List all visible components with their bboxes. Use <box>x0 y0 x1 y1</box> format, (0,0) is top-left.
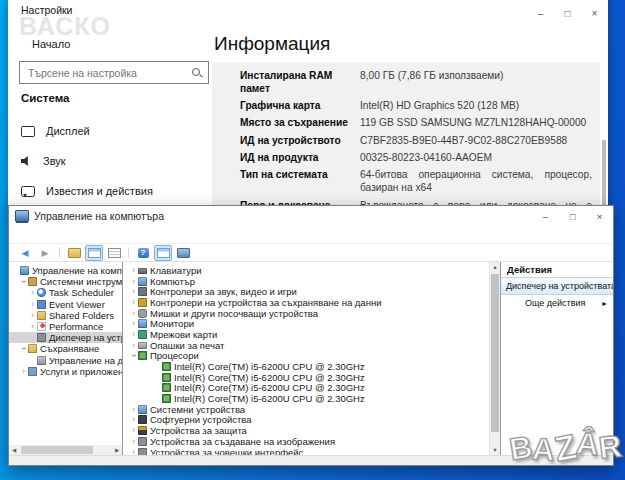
tree-item[interactable]: Диспечер на устройствата <box>9 332 122 343</box>
horizontal-scrollbar[interactable]: ◀ ▶ <box>9 445 122 455</box>
chevron-icon[interactable] <box>129 341 138 350</box>
maximize-button[interactable]: □ <box>559 209 586 224</box>
search-input[interactable] <box>26 66 191 80</box>
tree-item[interactable]: Shared Folders <box>9 310 122 321</box>
spec-label: ИД на продукта <box>240 152 360 165</box>
chevron-icon[interactable] <box>129 266 138 275</box>
sidebar-item-home[interactable]: Начало <box>21 38 70 50</box>
device-item[interactable]: Компютър <box>123 276 500 287</box>
security-devices-icon <box>138 426 147 435</box>
chevron-icon[interactable] <box>129 298 138 307</box>
device-item[interactable]: Устройства за защита <box>123 425 500 436</box>
settings-search-box[interactable] <box>19 61 209 84</box>
close-button[interactable]: × <box>581 5 608 21</box>
tree-item[interactable]: Управление на дисковете <box>9 355 122 366</box>
tree-item[interactable]: Съхраняване <box>9 343 122 354</box>
chevron-icon[interactable] <box>129 319 138 328</box>
tree-item-label: Performance <box>49 321 103 332</box>
device-item[interactable]: Устройства за човешки интерфейс <box>123 447 500 455</box>
chevron-icon[interactable] <box>129 405 138 414</box>
tree-item-label: Управление на дисковете <box>49 355 123 366</box>
device-item[interactable]: Опашки за печат <box>123 340 500 351</box>
device-item[interactable]: Монитори <box>123 318 500 329</box>
scroll-up-icon[interactable]: ▲ <box>490 264 500 270</box>
help-icon[interactable] <box>134 245 152 261</box>
settings-window: – □ × Настройки ВАСКО Начало Система Дис… <box>8 0 608 220</box>
scrollbar-thumb[interactable] <box>491 274 499 432</box>
show-actions-icon[interactable] <box>154 245 172 261</box>
device-item[interactable]: Контролери на устройства за съхраняване … <box>123 297 500 308</box>
back-arrow-icon[interactable] <box>16 245 34 261</box>
cm-window-controls: – □ × <box>532 209 613 224</box>
cm-toolbar <box>9 244 613 262</box>
chevron-icon[interactable] <box>28 311 37 320</box>
device-manager-icon <box>37 333 46 342</box>
chevron-icon[interactable] <box>19 367 28 376</box>
chevron-icon[interactable] <box>129 309 138 318</box>
device-item[interactable]: Клавиатури <box>123 265 500 276</box>
notifications-icon <box>21 186 35 197</box>
tree-item[interactable]: Системни инструменти <box>9 276 122 287</box>
mouse-icon <box>138 309 147 318</box>
minimize-button[interactable]: – <box>527 5 554 21</box>
device-item[interactable]: Intel(R) Core(TM) i5-6200U CPU @ 2.30GHz <box>123 361 500 372</box>
device-item-label: Устройства за човешки интерфейс <box>150 447 303 455</box>
chevron-icon[interactable] <box>19 344 28 353</box>
sidebar-item[interactable]: Звук <box>8 146 204 176</box>
settings-scrollbar[interactable] <box>602 140 606 212</box>
chevron-icon[interactable] <box>129 415 138 424</box>
actions-device-manager-item[interactable]: Диспечер на устройствата ▲ <box>501 278 613 295</box>
maximize-button[interactable]: □ <box>554 5 581 21</box>
tree-item[interactable]: Event Viewer <box>9 299 122 310</box>
cpu-icon <box>162 394 171 403</box>
spec-value: 8,00 ГБ (7,86 ГБ използваеми) <box>360 70 592 96</box>
device-item[interactable]: Мишки и други посочващи устройства <box>123 308 500 319</box>
spec-label: ИД на устройството <box>240 135 360 148</box>
sidebar-item[interactable]: Дисплей <box>8 116 204 146</box>
spec-value: 119 GB SSD SAMSUNG MZ7LN128HAHQ-00000 <box>360 117 592 130</box>
storage-controller-icon <box>138 298 147 307</box>
spec-value: Intel(R) HD Graphics 520 (128 MB) <box>360 100 592 113</box>
device-item[interactable]: Системни устройства <box>123 404 500 415</box>
separator <box>128 247 129 258</box>
keyboard-icon <box>138 268 147 274</box>
tree-item[interactable]: Услуги и приложения <box>9 366 122 377</box>
device-item[interactable]: Процесори <box>123 351 500 362</box>
tree-item[interactable]: Управление на компютъра (локален) <box>9 265 122 276</box>
chevron-icon[interactable] <box>28 288 37 297</box>
chevron-icon[interactable] <box>129 277 138 286</box>
device-item[interactable]: Контролери за звук, видео и игри <box>123 286 500 297</box>
chevron-icon[interactable] <box>28 322 37 331</box>
chevron-icon[interactable] <box>129 437 138 446</box>
up-folder-icon[interactable] <box>65 245 83 261</box>
forward-arrow-icon[interactable] <box>36 245 54 261</box>
remote-icon[interactable] <box>174 245 192 261</box>
scroll-right-icon[interactable]: ▶ <box>112 447 122 453</box>
actions-more-item[interactable]: Още действия ► <box>501 295 613 311</box>
tree-item[interactable]: Task Scheduler <box>9 287 122 298</box>
chevron-icon[interactable] <box>129 330 138 339</box>
close-button[interactable]: × <box>586 209 613 224</box>
scroll-down-icon[interactable]: ▼ <box>490 447 500 453</box>
chevron-icon[interactable] <box>129 426 138 435</box>
device-item[interactable]: Мрежови карти <box>123 329 500 340</box>
device-item[interactable]: Устройства за създаване на изображения <box>123 436 500 447</box>
processor-icon <box>138 351 147 360</box>
properties-icon[interactable] <box>105 245 123 261</box>
tree-item[interactable]: Performance <box>9 321 122 332</box>
sidebar-item[interactable]: Известия и действия <box>8 176 204 206</box>
chevron-icon[interactable] <box>19 277 28 286</box>
device-item[interactable]: Intel(R) Core(TM) i5-6200U CPU @ 2.30GHz <box>123 393 500 404</box>
minimize-button[interactable]: – <box>532 209 559 224</box>
chevron-icon[interactable] <box>129 287 138 296</box>
vertical-scrollbar[interactable]: ▲ ▼ <box>489 262 500 455</box>
scroll-left-icon[interactable]: ◀ <box>9 447 19 453</box>
device-item[interactable]: Intel(R) Core(TM) i5-6200U CPU @ 2.30GHz <box>123 383 500 394</box>
chevron-icon[interactable] <box>28 300 37 309</box>
chevron-icon[interactable] <box>129 351 138 360</box>
show-tree-icon[interactable] <box>85 245 103 261</box>
device-item[interactable]: Софтуерни устройства <box>123 415 500 426</box>
chevron-icon[interactable] <box>129 448 138 455</box>
device-item[interactable]: Intel(R) Core(TM) i5-6200U CPU @ 2.30GHz <box>123 372 500 383</box>
scrollbar-thumb[interactable] <box>21 446 93 454</box>
